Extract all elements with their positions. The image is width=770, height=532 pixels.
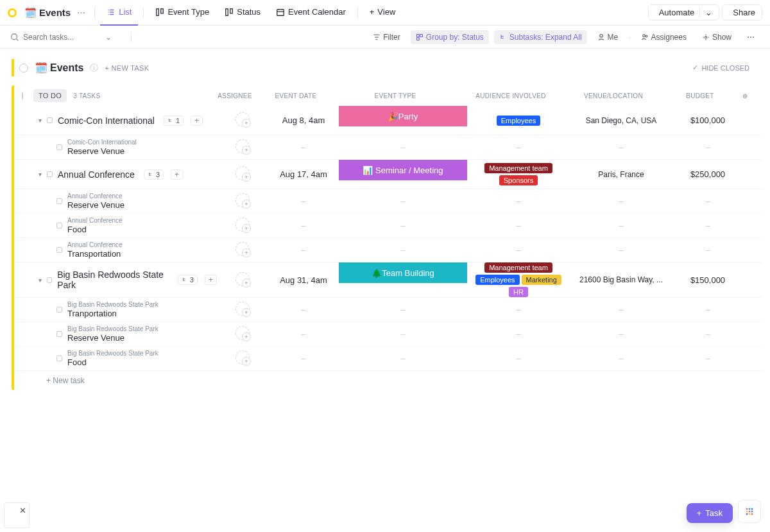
budget-cell[interactable]: – [672, 245, 743, 255]
audience-cell[interactable]: – [467, 142, 570, 152]
subtask-count[interactable]: 1 [164, 116, 184, 126]
subtask-row[interactable]: Annual Conference Transportation – – – –… [14, 238, 762, 262]
assignee-empty[interactable] [235, 350, 250, 365]
event-type-pill[interactable]: 📊 Seminar / Meeting [339, 160, 467, 180]
col-header-date[interactable]: EVENT DATE [261, 92, 331, 99]
audience-tag[interactable]: HR [509, 287, 528, 297]
filter-button[interactable]: Filter [368, 30, 406, 44]
me-button[interactable]: Me [592, 30, 624, 44]
new-task-row[interactable]: + New task [14, 371, 762, 390]
budget-cell[interactable]: – [672, 142, 743, 152]
tab-event-type[interactable]: Event Type [149, 0, 216, 26]
search-input[interactable] [23, 33, 100, 42]
add-view-button[interactable]: + View [363, 0, 402, 26]
assignee-empty[interactable] [235, 242, 250, 256]
subtasks-button[interactable]: Subtasks: Expand All [494, 30, 587, 44]
subtask-row[interactable]: Annual Conference Food – – – – – [14, 214, 762, 238]
tab-list[interactable]: List [100, 0, 138, 26]
subtask-name[interactable]: Reserve Venue [67, 146, 137, 156]
group-by-button[interactable]: Group by: Status [411, 30, 489, 44]
event-date-cell[interactable]: – [268, 305, 339, 314]
expand-caret-icon[interactable]: ▾ [38, 171, 42, 178]
audience-tag[interactable]: Management team [484, 163, 552, 173]
automate-button[interactable]: Automate ⌄ [648, 4, 720, 21]
budget-cell[interactable]: – [672, 329, 743, 339]
event-date-cell[interactable]: – [268, 142, 339, 152]
audience-cell[interactable]: – [467, 221, 570, 230]
subtask-row[interactable]: Big Basin Redwoods State Park Tranportat… [14, 298, 762, 322]
add-subtask-icon[interactable]: + [191, 116, 203, 126]
tab-status[interactable]: Status [218, 0, 267, 26]
list-more-icon[interactable]: ⋯ [73, 8, 89, 17]
venue-cell[interactable]: – [570, 221, 672, 230]
audience-tag[interactable]: Employees [475, 275, 519, 285]
add-column-icon[interactable]: ⊕ [735, 92, 755, 99]
assignee-empty[interactable] [235, 139, 250, 153]
event-date-cell[interactable]: Aug 8, 4am [268, 116, 339, 125]
event-date-cell[interactable]: – [268, 354, 339, 363]
venue-cell[interactable]: – [570, 354, 672, 363]
subtask-name[interactable]: Transportation [67, 249, 123, 259]
subtask-name[interactable]: Food [67, 225, 123, 234]
budget-cell[interactable]: $100,000 [672, 116, 743, 125]
venue-cell[interactable]: San Diego, CA, USA [570, 116, 672, 125]
list-name[interactable]: 🗓️ Events [35, 62, 83, 74]
assignee-empty[interactable] [235, 166, 250, 180]
task-row[interactable]: ▾ Big Basin Redwoods State Park 3 + Aug … [14, 262, 762, 298]
status-square-icon[interactable] [56, 356, 62, 361]
event-type-cell[interactable]: – [339, 196, 467, 206]
budget-cell[interactable]: – [672, 196, 743, 206]
assignee-empty[interactable] [235, 193, 250, 207]
expand-caret-icon[interactable]: ▾ [38, 277, 42, 284]
subtask-name[interactable]: Food [67, 357, 158, 367]
audience-cell[interactable]: – [467, 245, 570, 255]
col-header-venue[interactable]: VENUE/LOCATION [562, 92, 665, 99]
venue-cell[interactable]: – [570, 142, 672, 152]
col-header-audience[interactable]: AUDIENCE INVOLVED [459, 92, 562, 99]
task-row[interactable]: ▾ Annual Conference 3 + Aug 17, 4am 📊 Se… [14, 160, 762, 189]
event-date-cell[interactable]: Aug 17, 4am [268, 169, 339, 179]
audience-cell[interactable]: – [467, 354, 570, 363]
event-type-pill[interactable]: 🌲Team Building [339, 262, 467, 283]
show-button[interactable]: Show [697, 30, 737, 44]
assignee-empty[interactable] [235, 218, 250, 232]
event-type-cell[interactable]: – [339, 245, 467, 255]
status-square-icon[interactable] [56, 307, 62, 313]
collapse-circle-icon[interactable] [19, 64, 28, 73]
event-date-cell[interactable]: – [268, 245, 339, 255]
collapse-group-icon[interactable] [22, 92, 23, 100]
audience-cell[interactable]: – [467, 305, 570, 314]
info-icon[interactable]: ⓘ [90, 62, 98, 74]
new-task-header[interactable]: + NEW TASK [105, 64, 149, 72]
status-square-icon[interactable] [47, 277, 52, 283]
event-type-cell[interactable]: – [339, 305, 467, 314]
assignee-empty[interactable] [235, 112, 250, 126]
venue-cell[interactable]: – [570, 245, 672, 255]
subtask-name[interactable]: Reserve Venue [67, 333, 158, 343]
event-date-cell[interactable]: – [268, 196, 339, 206]
audience-cell[interactable]: Employees [467, 116, 570, 126]
audience-tag[interactable]: Marketing [522, 275, 561, 285]
col-header-budget[interactable]: BUDGET [665, 92, 735, 99]
add-subtask-icon[interactable]: + [205, 275, 217, 285]
event-date-cell[interactable]: Aug 31, 4am [268, 275, 339, 285]
event-type-cell[interactable]: – [339, 354, 467, 363]
subtask-name[interactable]: Tranportation [67, 309, 158, 318]
budget-cell[interactable]: – [672, 354, 743, 363]
audience-cell[interactable]: – [467, 329, 570, 339]
venue-cell[interactable]: 21600 Big Basin Way, ... [570, 275, 672, 284]
budget-cell[interactable]: $150,000 [672, 275, 743, 285]
subtask-row[interactable]: Big Basin Redwoods State Park Reserve Ve… [14, 322, 762, 347]
event-type-cell[interactable]: – [339, 329, 467, 339]
audience-cell[interactable]: Management teamSponsors [467, 163, 570, 185]
status-square-icon[interactable] [56, 247, 62, 253]
audience-tag[interactable]: Management team [484, 262, 552, 273]
event-date-cell[interactable]: – [268, 329, 339, 339]
task-name[interactable]: Big Basin Redwoods State Park [57, 270, 169, 290]
status-square-icon[interactable] [47, 171, 53, 177]
audience-tag[interactable]: Sponsors [499, 175, 538, 185]
subtask-count[interactable]: 3 [178, 275, 198, 285]
task-name[interactable]: Annual Conference [58, 169, 135, 180]
subtask-row[interactable]: Comic-Con International Reserve Venue – … [14, 135, 762, 160]
subtask-row[interactable]: Annual Conference Reserve Venue – – – – … [14, 189, 762, 214]
